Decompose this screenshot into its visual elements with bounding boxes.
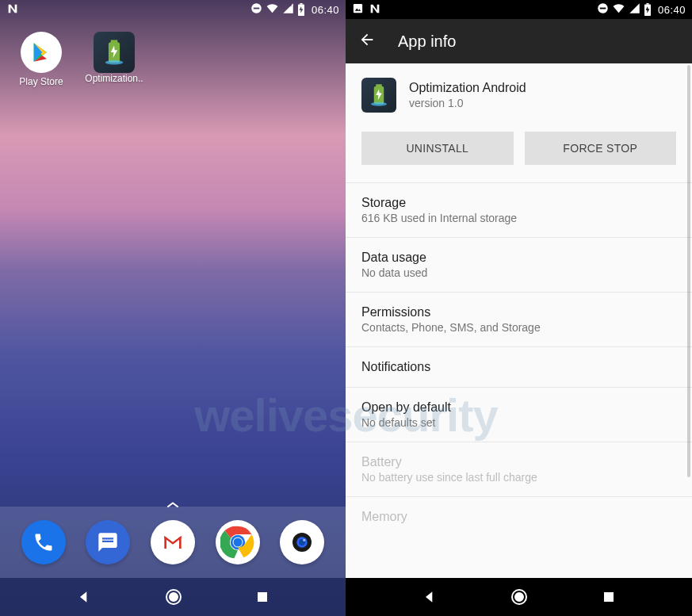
nav-back[interactable]	[76, 589, 92, 605]
item-storage[interactable]: Storage 616 KB used in Internal storage	[346, 183, 692, 237]
status-bar: × 06:40	[0, 0, 346, 19]
status-bar: 06:40	[346, 0, 692, 19]
image-notif-icon	[352, 2, 364, 17]
dnd-icon	[250, 2, 262, 17]
item-subtitle: No defaults set	[361, 416, 676, 429]
nav-back[interactable]	[422, 589, 438, 605]
item-title: Battery	[361, 455, 676, 469]
item-subtitle: No battery use since last full charge	[361, 471, 676, 484]
item-subtitle: Contacts, Phone, SMS, and Storage	[361, 321, 676, 334]
dock-chrome[interactable]	[216, 520, 260, 564]
app-label: Optimization..	[85, 73, 143, 84]
item-permissions[interactable]: Permissions Contacts, Phone, SMS, and St…	[346, 293, 692, 346]
dock-camera[interactable]	[280, 520, 324, 564]
svg-rect-4	[300, 3, 302, 5]
dnd-icon	[597, 2, 609, 17]
battery-charging-icon	[644, 3, 652, 16]
svg-point-11	[233, 538, 242, 547]
item-title: Open by default	[361, 400, 676, 415]
svg-point-7	[105, 60, 124, 65]
navigation-bar	[0, 578, 346, 616]
app-info-screen: 06:40 App info Optimization Android vers…	[346, 0, 692, 616]
item-title: Storage	[361, 196, 676, 210]
wifi-icon	[612, 2, 625, 17]
app-icon	[361, 78, 396, 113]
cell-signal-icon: ×	[282, 2, 294, 17]
svg-rect-1	[254, 8, 260, 10]
cell-signal-icon	[629, 2, 640, 17]
dock-gmail[interactable]	[151, 520, 195, 564]
svg-point-17	[170, 593, 178, 601]
svg-point-15	[303, 539, 305, 541]
app-version: version 1.0	[409, 97, 526, 109]
app-optimization[interactable]: Optimization..	[89, 32, 140, 87]
android-n-icon	[369, 2, 381, 17]
wifi-icon	[266, 2, 279, 17]
svg-rect-23	[646, 3, 648, 5]
svg-rect-21	[600, 8, 606, 10]
svg-text:×: ×	[289, 2, 292, 8]
action-buttons: UNINSTALL FORCE STOP	[346, 124, 692, 182]
battery-charging-icon	[297, 3, 305, 16]
item-title: Data usage	[361, 251, 676, 265]
item-subtitle: No data used	[361, 266, 676, 279]
svg-rect-6	[111, 40, 118, 43]
home-screen: × 06:40 Play Store Optimization..	[0, 0, 346, 616]
status-time: 06:40	[312, 4, 339, 16]
item-title: Permissions	[361, 305, 676, 319]
play-store-icon	[21, 32, 62, 73]
status-time: 06:40	[658, 4, 686, 16]
item-title: Memory	[361, 510, 676, 524]
item-notifications[interactable]: Notifications	[346, 347, 692, 387]
item-memory: Memory	[346, 497, 692, 537]
svg-point-28	[515, 593, 523, 601]
app-info-content[interactable]: Optimization Android version 1.0 UNINSTA…	[346, 63, 692, 578]
nav-recents[interactable]	[255, 590, 270, 604]
item-open-by-default[interactable]: Open by default No defaults set	[346, 388, 692, 442]
home-app-grid: Play Store Optimization..	[16, 32, 140, 87]
nav-recents[interactable]	[602, 590, 616, 604]
android-n-icon	[6, 2, 19, 17]
page-title: App info	[398, 33, 456, 51]
svg-rect-18	[258, 592, 267, 602]
uninstall-button[interactable]: UNINSTALL	[361, 132, 514, 165]
dock-phone[interactable]	[21, 520, 66, 564]
nav-home[interactable]	[510, 587, 529, 606]
svg-point-26	[371, 102, 387, 106]
dock-messages[interactable]	[86, 520, 130, 564]
nav-home[interactable]	[164, 587, 183, 606]
app-label: Play Store	[19, 76, 63, 87]
item-subtitle: 616 KB used in Internal storage	[361, 212, 676, 224]
svg-rect-19	[354, 4, 362, 13]
navigation-bar	[346, 578, 692, 616]
optimization-icon	[94, 32, 135, 73]
item-data-usage[interactable]: Data usage No data used	[346, 238, 692, 292]
item-title: Notifications	[361, 360, 676, 374]
scrollbar[interactable]	[687, 65, 690, 477]
svg-rect-25	[376, 84, 382, 87]
app-name: Optimization Android	[409, 81, 526, 95]
back-arrow-icon[interactable]	[358, 31, 376, 52]
dock	[0, 507, 346, 578]
svg-rect-29	[604, 592, 614, 602]
force-stop-button[interactable]: FORCE STOP	[525, 132, 677, 165]
toolbar: App info	[346, 19, 692, 63]
item-battery: Battery No battery use since last full c…	[346, 442, 692, 496]
app-header: Optimization Android version 1.0	[346, 63, 692, 124]
app-play-store[interactable]: Play Store	[16, 32, 67, 87]
